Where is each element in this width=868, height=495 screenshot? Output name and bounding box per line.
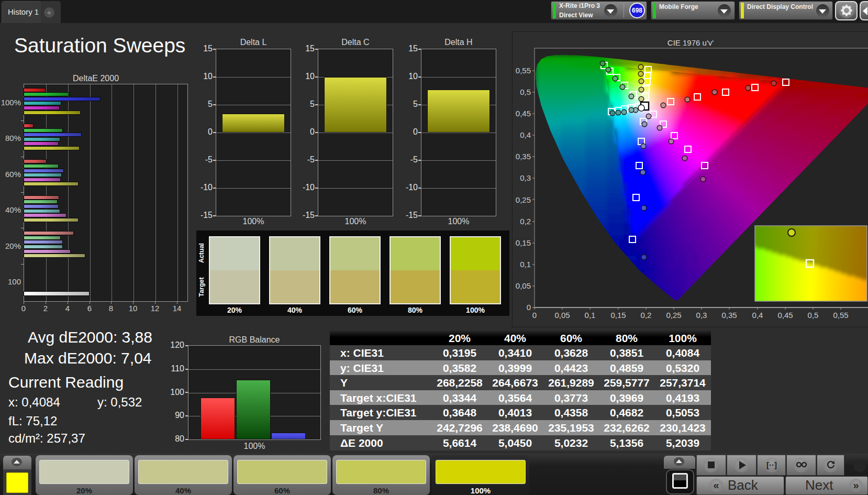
svg-text:0,55: 0,55 [833,311,848,320]
svg-text:0,05: 0,05 [516,281,531,290]
svg-text:0,3: 0,3 [520,173,531,182]
svg-text:0,2: 0,2 [520,217,531,226]
svg-text:0,45: 0,45 [516,109,531,118]
svg-text:0,35: 0,35 [721,311,737,320]
svg-text:0,55: 0,55 [516,66,531,75]
svg-text:0,25: 0,25 [666,311,681,320]
svg-text:0: 0 [527,303,531,312]
svg-text:0,5: 0,5 [808,311,819,320]
svg-text:0,4: 0,4 [520,130,531,139]
svg-text:0,1: 0,1 [585,311,596,320]
svg-text:0,2: 0,2 [641,311,652,320]
svg-text:0,4: 0,4 [752,311,763,320]
svg-text:0,45: 0,45 [777,311,793,320]
svg-text:0,05: 0,05 [554,311,570,320]
svg-text:0,5: 0,5 [520,87,531,96]
svg-text:0,3: 0,3 [696,311,707,320]
svg-text:0,25: 0,25 [516,195,531,204]
svg-text:0: 0 [532,311,537,320]
svg-text:0,35: 0,35 [516,152,531,161]
svg-text:0,15: 0,15 [610,311,626,320]
svg-text:0,15: 0,15 [516,238,531,247]
svg-text:0,1: 0,1 [520,260,531,269]
